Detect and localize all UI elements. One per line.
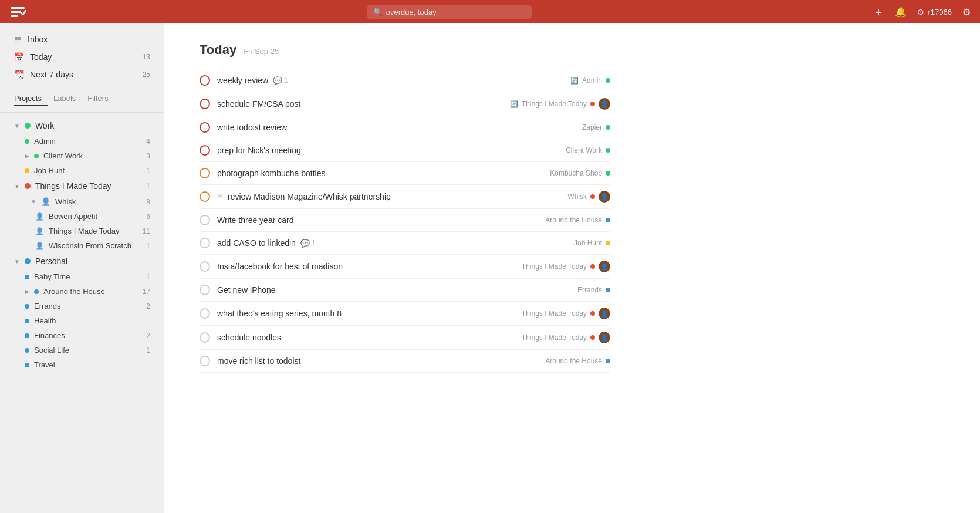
health-label: Health	[34, 316, 56, 325]
task-list: weekly review💬 1🔄Adminschedule FM/CSA po…	[200, 69, 610, 373]
task-circle[interactable]	[200, 168, 210, 178]
comment-badge: 💬 1	[300, 239, 316, 248]
sidebar-item-next7days[interactable]: 📆 Next 7 days 25	[0, 66, 164, 83]
ba-person-icon: 👤	[35, 212, 44, 221]
project-bowen-appetit[interactable]: 👤 Bowen Appetit 6	[0, 209, 164, 224]
meta-dot	[606, 78, 610, 83]
task-text: write todoist review	[217, 123, 575, 132]
task-circle[interactable]	[200, 308, 210, 319]
karma-value: ↑17066	[927, 8, 952, 16]
sidebar-item-today[interactable]: 📅 Today 13	[0, 48, 164, 66]
meta-dot	[606, 171, 610, 176]
add-button[interactable]: ＋	[873, 4, 884, 20]
tmt-count: 1	[146, 182, 150, 190]
projects-section: ▼ Work Admin 4 ▶ Client Work 3 Job Hunt …	[0, 117, 164, 374]
project-finances[interactable]: Finances 2	[0, 328, 164, 343]
task-item-t4[interactable]: prep for Nick's meetingClient Work	[200, 139, 610, 162]
task-circle[interactable]	[200, 145, 210, 156]
task-item-t5[interactable]: photograph kombucha bottlesKombucha Shop	[200, 162, 610, 185]
task-circle[interactable]	[200, 356, 210, 366]
project-group-personal[interactable]: ▼ Personal	[0, 253, 164, 269]
sociallife-dot	[25, 348, 29, 353]
personal-label: Personal	[35, 256, 67, 266]
meta-project: Things I Made Today	[522, 100, 587, 108]
main-layout: ▤ Inbox 📅 Today 13 📆 Next 7 days 25 Proj…	[0, 23, 980, 513]
project-travel[interactable]: Travel	[0, 357, 164, 372]
task-circle[interactable]	[200, 191, 210, 202]
errands-label: Errands	[34, 302, 61, 310]
task-text: Insta/facebook for best of madison	[217, 262, 515, 271]
errands-dot	[25, 304, 29, 309]
today-count: 13	[143, 53, 150, 61]
project-baby-time[interactable]: Baby Time 1	[0, 269, 164, 284]
envelope-icon: ✉	[217, 193, 223, 201]
meta-project: Whisk	[567, 193, 587, 201]
meta-project: Things I Made Today	[522, 309, 587, 318]
task-meta: Things I Made Today👤	[522, 261, 610, 272]
whisk-label: Whisk	[55, 197, 76, 206]
task-meta: Around the House	[545, 357, 610, 365]
meta-project: Around the House	[545, 357, 602, 365]
task-circle[interactable]	[200, 215, 210, 225]
task-item-t10[interactable]: Get new iPhoneErrands	[200, 279, 610, 302]
whisk-arrow: ▼	[31, 198, 36, 205]
tmt-sub-person-icon: 👤	[35, 227, 44, 235]
tab-labels[interactable]: Labels	[53, 92, 82, 106]
project-errands[interactable]: Errands 2	[0, 299, 164, 313]
task-circle[interactable]	[200, 332, 210, 343]
task-item-t3[interactable]: write todoist reviewZapier	[200, 116, 610, 139]
search-bar[interactable]: 🔍 overdue, today	[367, 5, 532, 19]
task-circle[interactable]	[200, 99, 210, 109]
task-item-t11[interactable]: what theo's eating series, month 8Things…	[200, 302, 610, 326]
task-meta: Things I Made Today👤	[522, 332, 610, 343]
svg-rect-1	[11, 11, 21, 13]
comment-icon: 💬	[273, 76, 282, 85]
comment-icon: 💬	[300, 239, 310, 248]
project-health[interactable]: Health	[0, 313, 164, 328]
sidebar-item-inbox[interactable]: ▤ Inbox	[0, 31, 164, 48]
bell-icon[interactable]: 🔔	[895, 6, 907, 18]
project-group-work[interactable]: ▼ Work	[0, 117, 164, 134]
tmt-sub-label: Things I Made Today	[49, 227, 119, 235]
sidebar-nav: ▤ Inbox 📅 Today 13 📆 Next 7 days 25	[0, 31, 164, 83]
task-item-t8[interactable]: add CASO to linkedin💬 1Job Hunt	[200, 232, 610, 255]
project-job-hunt[interactable]: Job Hunt 1	[0, 163, 164, 178]
sidebar: ▤ Inbox 📅 Today 13 📆 Next 7 days 25 Proj…	[0, 23, 164, 513]
project-around-house[interactable]: ▶ Around the House 17	[0, 284, 164, 299]
tab-projects[interactable]: Projects	[14, 92, 48, 106]
search-input[interactable]: overdue, today	[386, 8, 437, 16]
task-circle[interactable]	[200, 261, 210, 272]
tab-filters[interactable]: Filters	[87, 92, 114, 106]
errands-count: 2	[146, 302, 150, 310]
task-text: Get new iPhone	[217, 285, 570, 295]
meta-project: Kombucha Shop	[550, 169, 602, 177]
admin-dot	[25, 139, 29, 144]
meta-dot	[606, 148, 610, 153]
finances-label: Finances	[34, 331, 65, 340]
project-client-work[interactable]: ▶ Client Work 3	[0, 148, 164, 163]
project-wisconsin[interactable]: 👤 Wisconsin From Scratch 1	[0, 238, 164, 253]
task-circle[interactable]	[200, 122, 210, 133]
project-things-made-today-sub[interactable]: 👤 Things I Made Today 11	[0, 224, 164, 238]
task-circle[interactable]	[200, 285, 210, 295]
task-item-t9[interactable]: Insta/facebook for best of madisonThings…	[200, 255, 610, 279]
task-circle[interactable]	[200, 238, 210, 248]
project-social-life[interactable]: Social Life 1	[0, 343, 164, 357]
task-item-t6[interactable]: ✉review Madison Magazine/Whisk partnersh…	[200, 185, 610, 209]
task-item-t12[interactable]: schedule noodlesThings I Made Today👤	[200, 326, 610, 350]
settings-icon[interactable]: ⚙	[962, 6, 971, 18]
project-admin[interactable]: Admin 4	[0, 134, 164, 148]
finances-dot	[25, 333, 29, 338]
project-whisk[interactable]: ▼ 👤 Whisk 8	[0, 194, 164, 209]
task-circle[interactable]	[200, 75, 210, 86]
avatar: 👤	[599, 332, 610, 343]
task-item-t7[interactable]: Write three year cardAround the House	[200, 209, 610, 232]
project-group-things-made-today[interactable]: ▼ Things I Made Today 1	[0, 178, 164, 194]
inbox-icon: ▤	[14, 35, 22, 44]
task-item-t13[interactable]: move rich list to todoistAround the Hous…	[200, 350, 610, 373]
task-text: what theo's eating series, month 8	[217, 309, 515, 318]
task-item-t1[interactable]: weekly review💬 1🔄Admin	[200, 69, 610, 92]
babytime-dot	[25, 275, 29, 279]
repeat-icon: 🔄	[570, 77, 579, 85]
task-item-t2[interactable]: schedule FM/CSA post🔄Things I Made Today…	[200, 92, 610, 116]
